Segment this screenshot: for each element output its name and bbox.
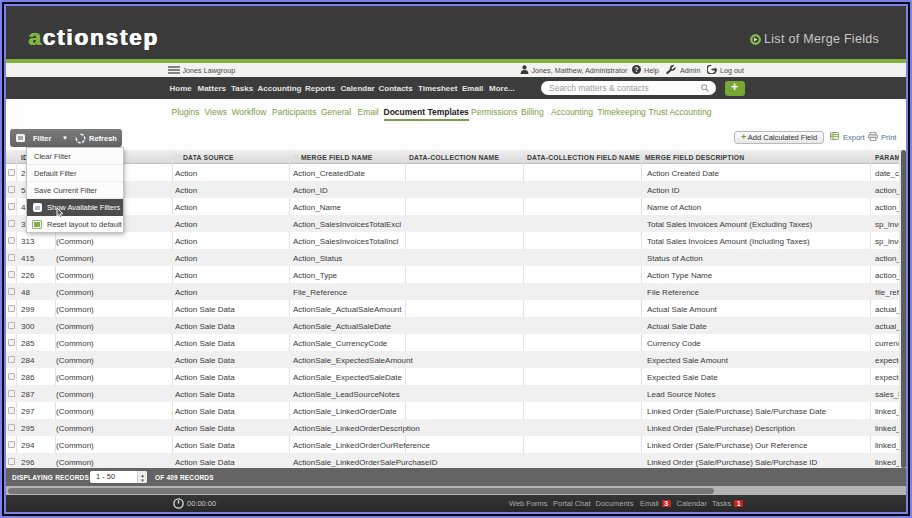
- svg-text:?: ?: [635, 66, 639, 73]
